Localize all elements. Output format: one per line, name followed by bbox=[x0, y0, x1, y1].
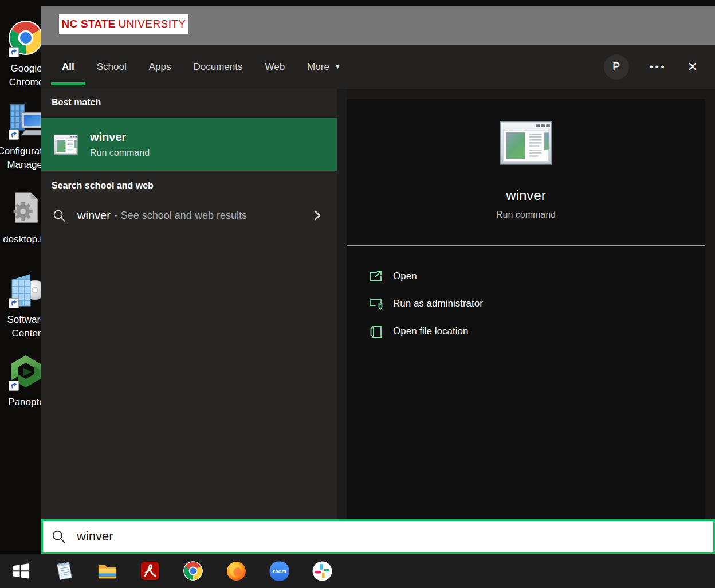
result-title: winver bbox=[90, 131, 150, 144]
tab-more[interactable]: More▼ bbox=[307, 48, 341, 87]
chrome-icon bbox=[7, 19, 45, 57]
more-options-icon[interactable]: ••• bbox=[650, 61, 667, 73]
acrobat-icon bbox=[140, 560, 160, 581]
web-search-result[interactable]: winver - See school and web results bbox=[41, 201, 337, 230]
shortcut-arrow-icon bbox=[9, 47, 19, 57]
result-subtitle: Run command bbox=[90, 148, 150, 158]
preview-card: winver Run command Open bbox=[347, 99, 705, 519]
tab-school[interactable]: School bbox=[97, 48, 127, 87]
preview-panel: winver Run command Open bbox=[347, 89, 715, 519]
action-run-as-administrator[interactable]: Run as administrator bbox=[347, 290, 705, 317]
taskbar: zoom bbox=[0, 554, 715, 588]
file-explorer-icon bbox=[97, 561, 118, 581]
tab-documents[interactable]: Documents bbox=[193, 48, 242, 87]
best-match-section-label: Best match bbox=[52, 97, 101, 108]
taskbar-file-explorer[interactable] bbox=[94, 554, 120, 588]
slack-icon bbox=[312, 560, 333, 582]
windows-search-flyout: NC STATE UNIVERSITY All School Apps Docu… bbox=[41, 6, 715, 554]
taskbar-firefox[interactable] bbox=[223, 554, 249, 588]
taskbar-chrome[interactable] bbox=[180, 554, 206, 588]
results-list: Best match winver Run command Search sch… bbox=[41, 89, 337, 519]
shortcut-arrow-icon bbox=[9, 381, 19, 391]
search-icon bbox=[53, 209, 66, 222]
firefox-icon bbox=[226, 560, 247, 582]
chrome-icon bbox=[183, 560, 203, 581]
chevron-right-icon bbox=[313, 210, 322, 221]
web-section-label: Search school and web bbox=[52, 181, 154, 191]
tab-all[interactable]: All bbox=[62, 48, 74, 87]
preview-title: winver bbox=[347, 187, 705, 203]
nc-state-logo: NC STATE UNIVERSITY bbox=[59, 14, 188, 34]
winver-app-icon bbox=[54, 134, 78, 155]
taskbar-slack[interactable] bbox=[309, 554, 335, 588]
tab-apps[interactable]: Apps bbox=[149, 48, 171, 87]
settings-file-icon bbox=[7, 190, 45, 228]
tab-web[interactable]: Web bbox=[265, 48, 285, 87]
file-location-icon bbox=[368, 324, 383, 339]
configuration-manager-icon bbox=[7, 102, 45, 140]
close-icon[interactable]: ✕ bbox=[688, 60, 698, 75]
windows-logo-icon bbox=[11, 562, 30, 581]
notepad-icon bbox=[54, 560, 74, 581]
taskbar-zoom[interactable]: zoom bbox=[266, 554, 292, 588]
panopto-icon bbox=[7, 353, 45, 391]
tabs: All School Apps Documents Web More▼ bbox=[62, 45, 341, 89]
search-box[interactable] bbox=[41, 519, 715, 554]
open-icon bbox=[368, 269, 383, 284]
zoom-icon: zoom bbox=[269, 560, 290, 582]
shortcut-arrow-icon bbox=[9, 130, 19, 140]
chevron-down-icon: ▼ bbox=[335, 63, 341, 70]
search-input[interactable] bbox=[77, 529, 592, 544]
brand-header: NC STATE UNIVERSITY bbox=[41, 6, 715, 45]
admin-shield-icon bbox=[368, 296, 383, 312]
best-match-result-winver[interactable]: winver Run command bbox=[41, 118, 337, 171]
start-button[interactable] bbox=[7, 554, 34, 588]
software-center-icon bbox=[7, 271, 45, 308]
taskbar-notepad[interactable] bbox=[51, 554, 77, 588]
web-result-query: winver bbox=[77, 209, 111, 222]
user-avatar[interactable]: P bbox=[604, 54, 629, 80]
search-tab-bar: All School Apps Documents Web More▼ P ••… bbox=[41, 45, 715, 89]
svg-text:zoom: zoom bbox=[272, 569, 286, 574]
logo-text-primary: NC STATE bbox=[62, 18, 116, 30]
logo-text-secondary: UNIVERSITY bbox=[118, 18, 186, 30]
action-open-file-location[interactable]: Open file location bbox=[347, 317, 705, 345]
shortcut-arrow-icon bbox=[9, 298, 19, 308]
taskbar-adobe-acrobat[interactable] bbox=[137, 554, 163, 588]
search-icon bbox=[52, 530, 66, 544]
preview-subtitle: Run command bbox=[347, 210, 705, 220]
winver-app-icon-large bbox=[500, 120, 552, 166]
desktop: Google Chrome Conf bbox=[0, 0, 715, 588]
web-result-description: - See school and web results bbox=[115, 210, 247, 222]
preview-divider bbox=[347, 245, 705, 246]
panel-divider bbox=[337, 89, 347, 519]
action-open[interactable]: Open bbox=[347, 262, 705, 290]
